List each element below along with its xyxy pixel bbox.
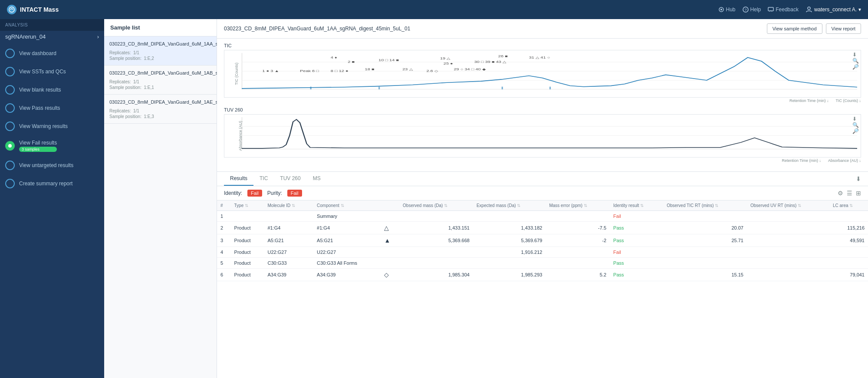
svg-text:29 ○ 34 □ 40 ◆: 29 ○ 34 □ 40 ◆: [454, 68, 486, 71]
tab-ms[interactable]: MS: [307, 172, 327, 186]
svg-text:30 □ 39 ■ 43 △: 30 □ 39 ■ 43 △: [474, 60, 506, 64]
col-identity[interactable]: Identity result ⇅: [610, 201, 663, 211]
svg-point-6: [808, 7, 810, 10]
results-area: Results TIC TUV 260 MS ⬇ Identity: Fail …: [217, 172, 868, 378]
sidebar-analysis-name[interactable]: sgRNArerun_04 ›: [0, 31, 104, 44]
nav-right: Hub ? Help Feedback waters_connect A. ▾: [718, 6, 861, 13]
svg-text:1 ● 3 ▲: 1 ● 3 ▲: [262, 69, 279, 73]
col-expected-mass[interactable]: Expected mass (Da) ⇅: [473, 201, 546, 211]
svg-text:10 □ 14 ■: 10 □ 14 ■: [378, 59, 399, 62]
sample-item-2[interactable]: 030223_CD_8mM_DIPEA_VanGuard_6uM_1AB_sgR…: [104, 66, 217, 95]
tuv-zoom-in-btn[interactable]: 🔍: [852, 122, 859, 128]
col-symbol: [381, 201, 399, 211]
svg-text:2 ■: 2 ■: [348, 60, 355, 64]
tic-zoom-in-btn[interactable]: 🔍: [852, 58, 859, 63]
tuv-chart-label: TUV 260: [224, 107, 861, 112]
tic-download-btn[interactable]: ⬇: [852, 52, 859, 57]
tuv-chart-container: Absorbance (AU) ⬇ 🔍 🔎: [224, 114, 861, 158]
sidebar-circle-untargeted: [5, 161, 15, 170]
col-component[interactable]: Component ⇅: [313, 201, 381, 211]
identity-status-chip[interactable]: Fail: [247, 190, 262, 197]
user-menu[interactable]: waters_connect A. ▾: [806, 6, 861, 13]
tabs-bar: Results TIC TUV 260 MS ⬇: [217, 172, 868, 186]
help-button[interactable]: ? Help: [743, 7, 761, 13]
col-lc-area[interactable]: LC area ⇅: [829, 201, 868, 211]
col-observed-mass[interactable]: Observed mass (Da) ⇅: [399, 201, 473, 211]
svg-text:4 ♦: 4 ♦: [331, 56, 337, 59]
col-tic-rt[interactable]: Observed TIC RT (mins) ⇅: [663, 201, 747, 211]
view-sample-method-button[interactable]: View sample method: [767, 23, 822, 34]
tuv-chart-bottom: Retention Time (min) ↓ Absorbance (AU) ↓: [224, 158, 861, 163]
svg-rect-13: [310, 87, 312, 89]
svg-text:31 △ 41 ○: 31 △ 41 ○: [529, 56, 550, 59]
app-title: INTACT Mass: [20, 6, 59, 13]
svg-text:25 ●: 25 ●: [444, 62, 453, 66]
filter-bar: Identity: Fail Purity: Fail ⚙ ☰ ⊞: [217, 186, 868, 201]
tab-tuv260[interactable]: TUV 260: [274, 172, 306, 186]
sidebar-item-blank-results[interactable]: View blank results: [0, 81, 104, 99]
main-content: 030223_CD_8mM_DIPEA_VanGuard_6uM_1AA_sgR…: [217, 19, 868, 378]
svg-point-0: [9, 7, 14, 12]
sidebar-circle-fail: [5, 141, 15, 151]
sidebar-item-pass-results[interactable]: View Pass results: [0, 99, 104, 117]
sidebar-circle-ssts: [5, 67, 15, 76]
tuv-chart-svg: [242, 117, 857, 149]
tic-chart-svg: 4 ♦ 2 ■ 10 □ 14 ■ 19 △ 26 ■ 31 △ 41 ○ 25…: [242, 53, 857, 89]
sidebar-circle-dashboard: [5, 49, 15, 58]
tic-chart-label: TIC: [224, 43, 861, 48]
col-type[interactable]: Type ⇅: [231, 201, 264, 211]
sidebar-item-warning-results[interactable]: View Warning results: [0, 117, 104, 135]
tic-y-label: TIC (Counts): [234, 62, 239, 85]
sidebar-analysis-label: ANALYSIS: [0, 19, 104, 31]
col-molecule[interactable]: Molecule ID ⇅: [264, 201, 314, 211]
charts-area: TIC TIC (Counts): [217, 39, 868, 172]
download-results-btn[interactable]: ⬇: [856, 175, 861, 182]
filter-icon[interactable]: ⚙: [838, 190, 843, 197]
results-table: # Type ⇅ Molecule ID ⇅ Component ⇅ Obser…: [217, 201, 868, 281]
table-row: 6 Product A34:G39 A34:G39 ◇ 1,985.304 1,…: [217, 269, 868, 281]
tab-tic[interactable]: TIC: [253, 172, 274, 186]
tuv-chart-toolbar: ⬇ 🔍 🔎: [852, 116, 859, 134]
tuv-download-btn[interactable]: ⬇: [852, 116, 859, 122]
view-report-button[interactable]: View report: [826, 23, 861, 34]
sidebar-item-summary[interactable]: Create summary report: [0, 174, 104, 193]
table-row: 2 Product #1:G4 #1:G4 △ 1,433.151 1,433.…: [217, 222, 868, 234]
svg-text:Peak 6 □: Peak 6 □: [300, 69, 319, 73]
table-row: 3 Product A5:G21 A5:G21 ▲ 5,369.668 5,36…: [217, 234, 868, 247]
main-header: 030223_CD_8mM_DIPEA_VanGuard_6uM_1AA_sgR…: [217, 19, 868, 39]
svg-text:26 ■: 26 ■: [498, 55, 508, 58]
sample-panel: Sample list 030223_CD_8mM_DIPEA_VanGuard…: [104, 19, 217, 378]
feedback-button[interactable]: Feedback: [768, 7, 799, 13]
header-buttons: View sample method View report: [767, 23, 861, 34]
sample-item-1[interactable]: 030223_CD_8mM_DIPEA_VanGuard_6uM_1AA_sgR…: [104, 36, 217, 66]
tic-zoom-out-btn[interactable]: 🔎: [852, 64, 859, 69]
table-row: 4 Product U22:G27 U22:G27 1,916.212 Fail: [217, 247, 868, 258]
sidebar-item-ssts-qcs[interactable]: View SSTs and QCs: [0, 62, 104, 81]
top-nav: INTACT Mass Hub ? Help Feedback waters_c…: [0, 0, 868, 19]
hub-button[interactable]: Hub: [718, 7, 736, 13]
purity-status-chip[interactable]: Fail: [287, 190, 302, 197]
col-uv-rt[interactable]: Observed UV RT (mins) ⇅: [747, 201, 829, 211]
svg-rect-15: [502, 87, 503, 89]
sidebar-item-fail-results[interactable]: View Fail results 3 samples: [0, 135, 104, 156]
tab-results[interactable]: Results: [224, 172, 253, 186]
col-num: #: [217, 201, 231, 211]
tuv-zoom-out-btn[interactable]: 🔎: [852, 128, 859, 134]
sidebar-item-dashboard[interactable]: View dashboard: [0, 44, 104, 62]
tic-chart-bottom: Retention Time (min) ↓ TIC (Counts) ↓: [224, 99, 861, 103]
svg-rect-16: [549, 87, 551, 89]
sample-item-3[interactable]: 030223_CD_8mM_DIPEA_VanGuard_6uM_1AE_sgR…: [104, 95, 217, 124]
tic-chart-container: TIC (Counts): [224, 50, 861, 98]
main-title: 030223_CD_8mM_DIPEA_VanGuard_6uM_1AA_sgR…: [224, 26, 410, 32]
table-row: 5 Product C30:G33 C30:G33 All Forms Pass: [217, 258, 868, 269]
columns-icon[interactable]: ☰: [847, 190, 852, 197]
sidebar-circle-summary: [5, 179, 15, 188]
sidebar-item-untargeted[interactable]: View untargeted results: [0, 156, 104, 174]
logo-icon: [7, 5, 16, 14]
svg-text:8 □ 12 ●: 8 □ 12 ●: [331, 69, 349, 73]
export-icon[interactable]: ⊞: [856, 190, 861, 197]
col-mass-error[interactable]: Mass error (ppm) ⇅: [546, 201, 610, 211]
results-table-wrap: # Type ⇅ Molecule ID ⇅ Component ⇅ Obser…: [217, 201, 868, 378]
table-row: 1 Summary Fail: [217, 211, 868, 222]
filter-right: ⚙ ☰ ⊞: [838, 190, 861, 197]
